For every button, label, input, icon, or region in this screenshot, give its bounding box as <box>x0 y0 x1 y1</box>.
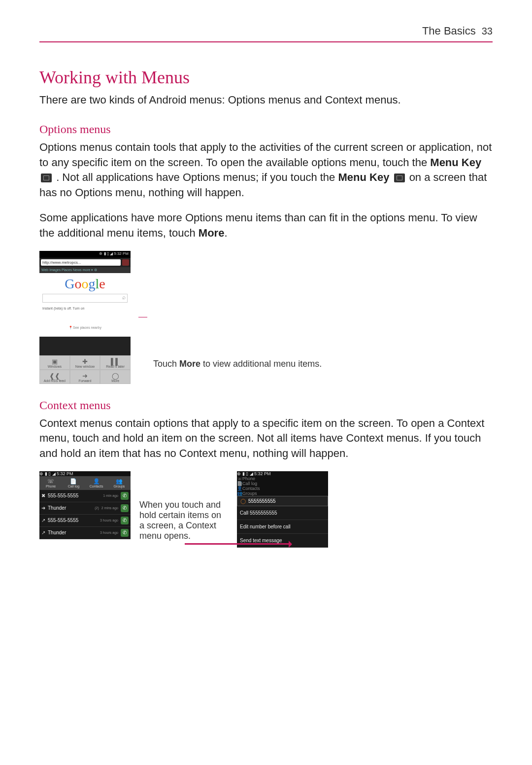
context-arrow <box>185 543 291 545</box>
places-nearby-link[interactable]: 📍See places nearby <box>39 319 131 337</box>
context-paragraph: Context menus contain options that apply… <box>39 416 493 461</box>
outgoing-icon: ↗ <box>41 518 45 523</box>
google-top-links[interactable]: Web Images Places News more ▾ ⚙ <box>39 267 131 273</box>
callout-connector <box>138 317 147 317</box>
ctx-edit-number[interactable]: Edit number before call <box>237 520 328 534</box>
url-input[interactable]: http://www.metropcs... <box>41 259 121 266</box>
figure-context-menu: ⊕ ▮ ▯ ◢ 5:32 PM ☏Phone 📄Call log 👤Contac… <box>39 471 493 548</box>
google-logo: Google <box>39 273 131 294</box>
log-row[interactable]: ↗ 555-555-5555 3 hours ago ✆ <box>39 515 131 527</box>
url-row: http://www.metropcs... <box>39 258 131 267</box>
tab-groups[interactable]: 👥Groups <box>237 491 328 496</box>
outgoing-icon: ↗ <box>41 530 45 535</box>
figure-options-menu: ⊕ ▮ ▯ ◢ 5:32 PM http://www.metropcs... W… <box>39 251 493 384</box>
ctx-call[interactable]: Call 5555555555 <box>237 506 328 520</box>
call-log-screenshot: ⊕ ▮ ▯ ◢ 5:32 PM ☏Phone 📄Call log 👤Contac… <box>39 471 131 539</box>
call-button[interactable]: ✆ <box>121 504 129 512</box>
tab-contacts[interactable]: 👤Contacts <box>85 476 108 490</box>
menu-key-icon <box>41 174 52 182</box>
missed-icon: ✖ <box>41 493 45 498</box>
opt-more[interactable]: ◯More <box>100 370 131 384</box>
browser-window: http://www.metropcs... Web Images Places… <box>39 258 131 384</box>
section-title: The Basics <box>422 25 476 37</box>
call-button[interactable]: ✆ <box>121 529 129 537</box>
search-input[interactable] <box>42 294 128 303</box>
instant-note[interactable]: Instant (beta) is off. Turn on <box>39 305 131 319</box>
incoming-icon: ➜ <box>41 505 45 511</box>
tab-calllog[interactable]: 📄Call log <box>62 476 85 490</box>
opt-add-rss[interactable]: ❰❰Add RSS feed <box>39 370 70 384</box>
ctx-send-sms[interactable]: Send text message <box>237 534 328 548</box>
log-row[interactable]: ➜ Thunder (2) 2 mins ago ✆ <box>39 502 131 515</box>
call-button[interactable]: ✆ <box>121 492 129 500</box>
browser-screenshot: ⊕ ▮ ▯ ◢ 5:32 PM http://www.metropcs... W… <box>39 251 131 384</box>
call-button[interactable]: ✆ <box>121 517 129 524</box>
log-row[interactable]: ✖ 555-555-5555 1 min ago ✆ <box>39 490 131 502</box>
dialer-tabs: ☏Phone 📄Call log 👤Contacts 👥Groups <box>237 476 328 496</box>
page-number: 33 <box>482 26 493 37</box>
tab-groups[interactable]: 👥Groups <box>108 476 131 490</box>
options-menu: ▣Windows ✚New window ▌▌Read it later ❰❰A… <box>39 355 131 384</box>
page-header: The Basics 33 <box>39 25 493 42</box>
status-bar: ⊕ ▮ ▯ ◢ 5:32 PM <box>39 251 131 258</box>
log-row[interactable]: ↗ Thunder 3 hours ago ✆ <box>39 527 131 539</box>
tab-phone[interactable]: ☏Phone <box>237 476 328 481</box>
opt-forward[interactable]: ➜Forward <box>70 370 100 384</box>
context-heading: Context menus <box>39 399 493 412</box>
tab-phone[interactable]: ☏Phone <box>39 476 62 490</box>
callout-context: When you touch and hold certain items on… <box>139 500 228 541</box>
callout-more: Touch More to view additional menu items… <box>153 359 322 369</box>
opt-read-later[interactable]: ▌▌Read it later <box>100 355 131 370</box>
context-menu-title: ◯5555555555 <box>237 496 328 506</box>
status-bar: ⊕ ▮ ▯ ◢ 5:32 PM <box>39 471 131 476</box>
context-menu-screenshot: ⊕ ▮ ▯ ◢ 5:32 PM ☏Phone 📄Call log 👤Contac… <box>237 471 328 548</box>
options-paragraph-1: Options menus contain tools that apply t… <box>39 140 493 201</box>
menu-key-icon <box>394 174 405 182</box>
dialer-tabs: ☏Phone 📄Call log 👤Contacts 👥Groups <box>39 476 131 490</box>
tab-calllog[interactable]: 📄Call log <box>237 481 328 486</box>
manual-page: The Basics 33 Working with Menus There a… <box>0 0 532 765</box>
page-title: Working with Menus <box>39 67 493 88</box>
tab-contacts[interactable]: 👤Contacts <box>237 486 328 491</box>
intro-paragraph: There are two kinds of Android menus: Op… <box>39 93 493 108</box>
opt-new-window[interactable]: ✚New window <box>70 355 100 370</box>
options-paragraph-2: Some applications have more Options menu… <box>39 210 493 241</box>
options-heading: Options menus <box>39 123 493 136</box>
opt-windows[interactable]: ▣Windows <box>39 355 70 370</box>
contact-icon: ◯ <box>240 498 246 504</box>
status-bar: ⊕ ▮ ▯ ◢ 5:32 PM <box>237 471 328 476</box>
bookmark-icon[interactable] <box>122 259 129 266</box>
